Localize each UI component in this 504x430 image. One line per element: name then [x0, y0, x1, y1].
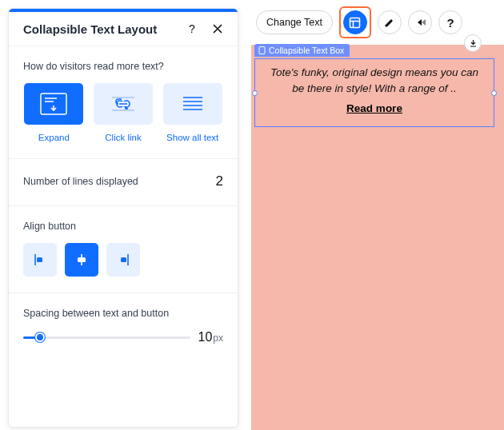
save-mini-button[interactable] [464, 34, 482, 52]
component-badge-label: Collapsible Text Box [269, 46, 344, 55]
svg-rect-17 [121, 257, 126, 262]
slider-thumb[interactable] [35, 332, 45, 342]
option-expand[interactable]: Expand [23, 83, 85, 142]
panel-title: Collapsible Text Layout [23, 22, 174, 36]
spacing-slider[interactable] [23, 331, 190, 344]
resize-handle-right[interactable] [491, 90, 497, 96]
expand-card-icon [24, 83, 83, 125]
showall-card-icon [163, 83, 222, 125]
change-text-button[interactable]: Change Text [256, 10, 333, 34]
align-right-button[interactable] [106, 243, 140, 277]
spacing-value-display[interactable]: 10px [198, 330, 223, 344]
svg-rect-18 [350, 18, 360, 27]
layout-settings-panel: Collapsible Text Layout ? How do visitor… [8, 8, 238, 428]
help-icon[interactable]: ? [185, 22, 199, 36]
lines-value[interactable]: 2 [216, 173, 223, 189]
clicklink-card-icon [94, 83, 153, 125]
slider-track [23, 336, 190, 339]
lines-label: Number of lines displayed [23, 176, 138, 187]
spacing-section: Spacing between text and button 10px [9, 293, 238, 360]
align-left-button[interactable] [23, 243, 57, 277]
svg-rect-13 [37, 257, 42, 262]
spacing-unit: px [213, 332, 223, 344]
editor-stage[interactable]: Collapsible Text Box Tote's funky, origi… [251, 45, 504, 430]
animation-button[interactable] [408, 10, 432, 34]
design-button[interactable] [378, 10, 402, 34]
spacing-label: Spacing between text and button [23, 308, 223, 319]
spacing-value: 10 [198, 330, 213, 344]
svg-rect-15 [78, 257, 86, 262]
layout-button[interactable] [343, 10, 367, 34]
align-options [23, 243, 223, 277]
mobile-icon [258, 46, 266, 54]
align-label: Align button [23, 221, 223, 232]
selection-outline [254, 58, 494, 127]
change-text-label: Change Text [266, 17, 322, 28]
read-mode-section: How do visitors read more text? Expand C… [9, 46, 238, 159]
help-button[interactable]: ? [438, 10, 462, 34]
option-showall-label: Show all text [166, 133, 218, 142]
component-badge[interactable]: Collapsible Text Box [254, 44, 350, 57]
svg-rect-21 [259, 47, 265, 54]
read-mode-label: How do visitors read more text? [23, 61, 223, 72]
download-icon [469, 39, 478, 48]
option-expand-label: Expand [38, 133, 70, 142]
layout-button-highlight [339, 6, 371, 38]
align-section: Align button [9, 206, 238, 293]
lines-section: Number of lines displayed 2 [9, 159, 238, 206]
resize-handle-left[interactable] [252, 90, 258, 96]
option-click-link[interactable]: Click link [93, 83, 154, 142]
read-mode-options: Expand Click link Show all text [23, 83, 223, 142]
option-clicklink-label: Click link [105, 133, 141, 142]
panel-header: Collapsible Text Layout ? [9, 12, 238, 46]
option-show-all[interactable]: Show all text [162, 83, 223, 142]
close-icon[interactable] [210, 22, 225, 36]
align-center-button[interactable] [65, 243, 98, 277]
canvas-area: Change Text ? Collapsible Text Box Tote'… [251, 0, 504, 430]
